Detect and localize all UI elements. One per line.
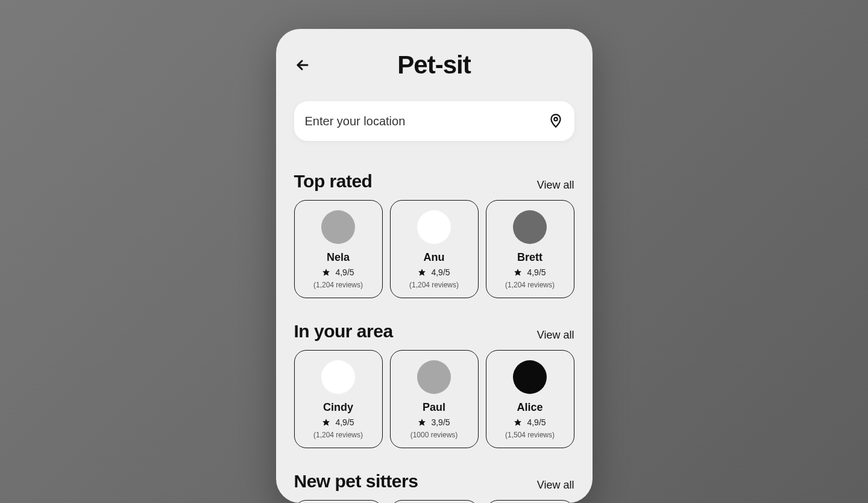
view-all-link[interactable]: View all — [537, 479, 574, 492]
section-title: In your area — [294, 321, 393, 342]
review-count: (1,204 reviews) — [313, 281, 363, 289]
page-title: Pet-sit — [294, 51, 574, 80]
svg-marker-6 — [419, 419, 426, 426]
sitter-name: Paul — [423, 401, 445, 414]
review-count: (1,204 reviews) — [505, 281, 555, 289]
avatar — [513, 360, 547, 394]
section-header-in-area: In your area View all — [294, 321, 574, 342]
star-icon — [514, 268, 522, 276]
sitter-card[interactable] — [486, 500, 574, 503]
location-pin-icon — [548, 113, 564, 129]
sitter-card[interactable] — [390, 500, 479, 503]
location-input[interactable] — [305, 114, 548, 128]
svg-marker-2 — [323, 269, 330, 276]
sitter-card[interactable]: Cindy 4,9/5 (1,204 reviews) — [294, 350, 383, 448]
search-bar[interactable] — [294, 101, 574, 141]
rating-value: 4,9/5 — [335, 267, 354, 277]
top-rated-cards: Nela 4,9/5 (1,204 reviews) Anu 4,9/5 (1,… — [294, 200, 574, 298]
sitter-card[interactable]: Paul 3,9/5 (1000 reviews) — [390, 350, 479, 448]
svg-marker-7 — [515, 419, 522, 426]
star-icon — [418, 418, 426, 426]
view-all-link[interactable]: View all — [537, 179, 574, 192]
avatar — [417, 210, 451, 244]
avatar — [321, 210, 355, 244]
rating-value: 4,9/5 — [431, 267, 450, 277]
sitter-name: Nela — [327, 251, 350, 264]
sitter-name: Cindy — [323, 401, 353, 414]
section-header-new-sitters: New pet sitters View all — [294, 471, 574, 492]
avatar — [513, 210, 547, 244]
rating-value: 4,9/5 — [527, 417, 546, 427]
rating-value: 4,9/5 — [335, 417, 354, 427]
rating-value: 3,9/5 — [431, 417, 450, 427]
sitter-name: Brett — [517, 251, 542, 264]
sitter-name: Alice — [517, 401, 542, 414]
rating-row: 4,9/5 — [514, 417, 546, 427]
rating-row: 3,9/5 — [418, 417, 450, 427]
svg-marker-4 — [515, 269, 522, 276]
header: Pet-sit — [294, 47, 574, 83]
svg-marker-5 — [323, 419, 330, 426]
rating-row: 4,9/5 — [322, 267, 354, 277]
sitter-card[interactable]: Anu 4,9/5 (1,204 reviews) — [390, 200, 479, 298]
phone-frame: Pet-sit Top rated View all Nela 4,9/5 (1… — [276, 29, 593, 503]
rating-row: 4,9/5 — [418, 267, 450, 277]
view-all-link[interactable]: View all — [537, 329, 574, 342]
review-count: (1000 reviews) — [410, 431, 458, 439]
sitter-card[interactable]: Alice 4,9/5 (1,504 reviews) — [486, 350, 574, 448]
svg-point-1 — [554, 117, 557, 120]
review-count: (1,504 reviews) — [505, 431, 555, 439]
star-icon — [418, 268, 426, 276]
star-icon — [322, 268, 330, 276]
new-sitters-cards — [294, 500, 574, 503]
section-title: New pet sitters — [294, 471, 418, 492]
avatar — [417, 360, 451, 394]
sitter-name: Anu — [424, 251, 445, 264]
review-count: (1,204 reviews) — [409, 281, 459, 289]
rating-row: 4,9/5 — [322, 417, 354, 427]
avatar — [321, 360, 355, 394]
in-area-cards: Cindy 4,9/5 (1,204 reviews) Paul 3,9/5 (… — [294, 350, 574, 448]
sitter-card[interactable]: Nela 4,9/5 (1,204 reviews) — [294, 200, 383, 298]
section-title: Top rated — [294, 171, 373, 192]
section-header-top-rated: Top rated View all — [294, 171, 574, 192]
rating-row: 4,9/5 — [514, 267, 546, 277]
review-count: (1,204 reviews) — [313, 431, 363, 439]
rating-value: 4,9/5 — [527, 267, 546, 277]
star-icon — [514, 418, 522, 426]
star-icon — [322, 418, 330, 426]
sitter-card[interactable]: Brett 4,9/5 (1,204 reviews) — [486, 200, 574, 298]
svg-marker-3 — [419, 269, 426, 276]
sitter-card[interactable] — [294, 500, 383, 503]
